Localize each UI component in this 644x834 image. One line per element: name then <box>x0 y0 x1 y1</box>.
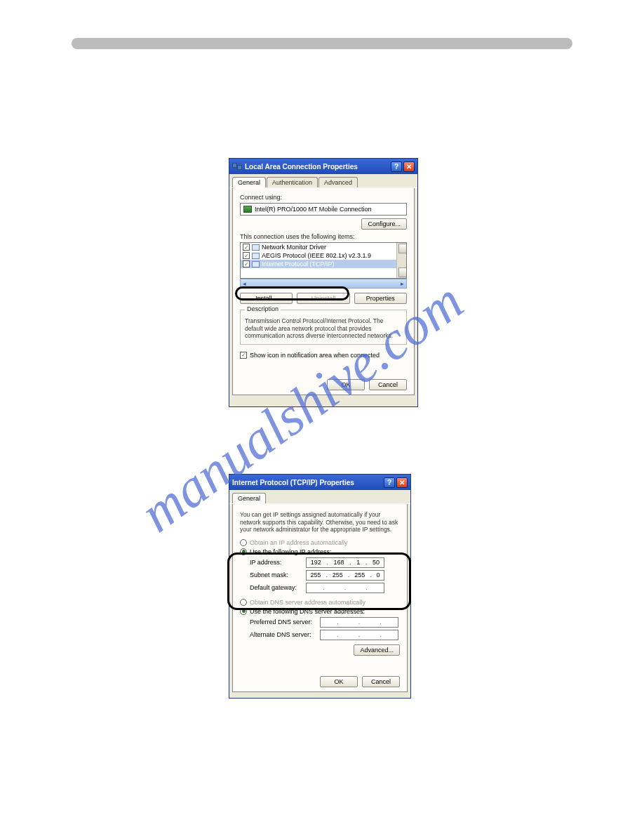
checkbox-icon[interactable]: ✓ <box>240 352 247 359</box>
scroll-right-icon[interactable]: ▸ <box>401 280 404 287</box>
callout-highlight-ip-section <box>227 552 411 610</box>
tab-general[interactable]: General <box>232 493 266 503</box>
preferred-dns-row: Preferred DNS server: . . . <box>240 617 400 628</box>
alternate-dns-row: Alternate DNS server: . . . <box>240 630 400 640</box>
checkbox-icon[interactable]: ✓ <box>243 252 250 259</box>
show-icon-checkbox-row[interactable]: ✓ Show icon in notification area when co… <box>240 352 407 359</box>
help-button[interactable]: ? <box>384 477 395 488</box>
dialog-title: Internet Protocol (TCP/IP) Properties <box>232 479 354 486</box>
dialog-title: Local Area Connection Properties <box>245 163 358 171</box>
lan-properties-dialog: Local Area Connection Properties ? ✕ Gen… <box>229 158 418 407</box>
scroll-left-icon[interactable]: ◂ <box>243 280 246 287</box>
protocol-icon <box>252 244 260 251</box>
description-group: Description Transmission Control Protoco… <box>240 310 407 345</box>
item-label: AEGIS Protocol (IEEE 802.1x) v2.3.1.9 <box>262 252 371 259</box>
item-label: Network Monitor Driver <box>262 244 326 251</box>
tab-general[interactable]: General <box>232 177 266 187</box>
cancel-button[interactable]: Cancel <box>369 379 407 390</box>
help-button[interactable]: ? <box>391 161 402 172</box>
connection-icon <box>232 163 242 170</box>
tab-authentication[interactable]: Authentication <box>267 177 318 187</box>
radio-icon[interactable] <box>240 539 247 546</box>
adapter-field[interactable]: Intel(R) PRO/1000 MT Mobile Connection <box>240 203 407 216</box>
list-item[interactable]: ✓ Network Monitor Driver <box>241 243 406 251</box>
tab-advanced[interactable]: Advanced <box>318 177 358 187</box>
configure-button[interactable]: Configure... <box>361 218 407 230</box>
alternate-dns-label: Alternate DNS server: <box>250 631 320 638</box>
item-label: Internet Protocol (TCP/IP) <box>262 260 335 267</box>
ok-button[interactable]: OK <box>320 676 358 687</box>
ok-button[interactable]: OK <box>327 379 365 390</box>
alternate-dns-field[interactable]: . . . <box>320 630 398 640</box>
tab-strip: General <box>229 490 410 504</box>
titlebar[interactable]: Local Area Connection Properties ? ✕ <box>229 159 417 174</box>
properties-button[interactable]: Properties <box>354 293 407 304</box>
protocol-icon <box>252 253 260 259</box>
titlebar[interactable]: Internet Protocol (TCP/IP) Properties ? … <box>229 475 410 490</box>
document-header-bar <box>72 38 572 49</box>
show-icon-label: Show icon in notification area when conn… <box>250 352 380 359</box>
preferred-dns-label: Preferred DNS server: <box>250 618 320 626</box>
radio-label: Obtain an IP address automatically <box>250 539 347 546</box>
items-listbox[interactable]: ✓ Network Monitor Driver ✓ AEGIS Protoco… <box>240 242 407 279</box>
list-item[interactable]: ✓ AEGIS Protocol (IEEE 802.1x) v2.3.1.9 <box>241 251 406 260</box>
cancel-button[interactable]: Cancel <box>362 676 400 687</box>
uninstall-button: Uninstall <box>297 293 349 304</box>
description-text: Transmission Control Protocol/Internet P… <box>245 317 402 340</box>
advanced-button[interactable]: Advanced... <box>354 644 400 656</box>
tab-strip: General Authentication Advanced <box>229 174 417 188</box>
dialog-body: Connect using: Intel(R) PRO/1000 MT Mobi… <box>232 188 415 395</box>
list-item-selected[interactable]: ✓ Internet Protocol (TCP/IP) <box>241 260 406 268</box>
adapter-name: Intel(R) PRO/1000 MT Mobile Connection <box>255 206 371 213</box>
intro-text: You can get IP settings assigned automat… <box>240 511 400 534</box>
radio-obtain-ip[interactable]: Obtain an IP address automatically <box>240 539 400 546</box>
protocol-icon <box>252 261 260 267</box>
install-button[interactable]: Install... <box>240 293 293 304</box>
close-button[interactable]: ✕ <box>396 477 408 488</box>
preferred-dns-field[interactable]: . . . <box>320 617 398 628</box>
description-title: Description <box>245 305 281 312</box>
scrollbar-vertical[interactable] <box>396 243 406 278</box>
nic-icon <box>243 206 252 213</box>
connect-using-label: Connect using: <box>240 194 407 201</box>
checkbox-icon[interactable]: ✓ <box>243 244 250 251</box>
close-button[interactable]: ✕ <box>403 161 415 172</box>
checkbox-icon[interactable]: ✓ <box>243 260 250 267</box>
items-label: This connection uses the following items… <box>240 233 407 240</box>
scrollbar-horizontal[interactable]: ◂ ▸ <box>240 279 407 289</box>
